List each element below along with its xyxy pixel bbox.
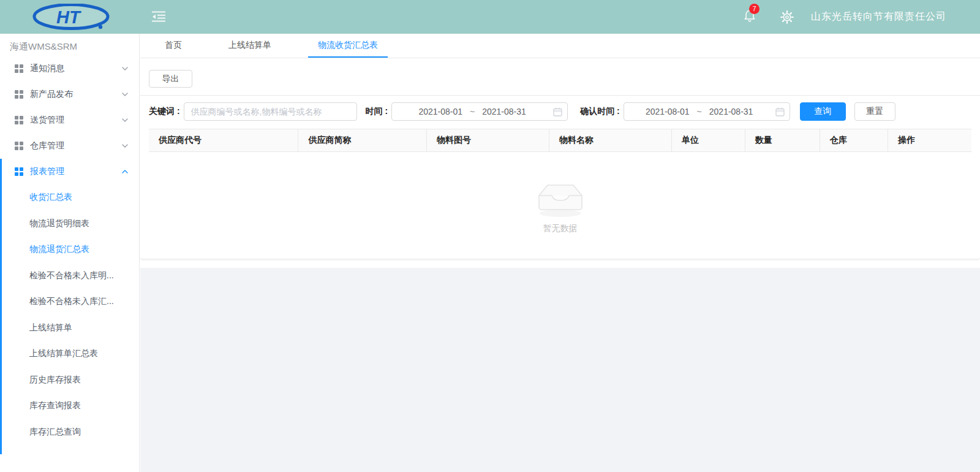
col-header-quantity: 数量 xyxy=(745,129,820,151)
time-label: 时间 : xyxy=(366,106,388,117)
col-header-operation: 操作 xyxy=(888,129,971,151)
reset-button[interactable]: 重置 xyxy=(854,102,895,121)
grid-icon xyxy=(15,90,23,99)
sidebar-menu: 通知消息新产品发布送货管理仓库管理报表管理收货汇总表物流退货明细表物流退货汇总表… xyxy=(0,56,139,445)
grid-icon xyxy=(15,167,23,176)
settings-button[interactable] xyxy=(780,10,794,24)
empty-text: 暂无数据 xyxy=(543,223,578,234)
confirm-end-value: 2021-08-31 xyxy=(709,107,753,116)
range-separator: ~ xyxy=(697,107,702,116)
empty-box-icon xyxy=(532,177,589,218)
sidebar-collapse-button[interactable] xyxy=(152,11,165,25)
keyword-label: 关键词 : xyxy=(149,106,180,117)
tab-online-settlement[interactable]: 上线结算单 xyxy=(219,34,281,58)
sidebar-subitem-logistics-return-summary[interactable]: 物流退货汇总表 xyxy=(0,237,139,263)
tab-home[interactable]: 首页 xyxy=(155,34,192,58)
sidebar-item-label: 通知消息 xyxy=(30,63,122,74)
calendar-icon xyxy=(553,107,562,116)
company-name: 山东光岳转向节有限责任公司 xyxy=(811,10,946,23)
gear-icon xyxy=(780,10,794,24)
col-header-warehouse: 仓库 xyxy=(820,129,888,151)
time-range-picker[interactable]: 2021-08-01 ~ 2021-08-31 xyxy=(391,102,568,121)
tab-logistics-receiving-summary[interactable]: 物流收货汇总表 xyxy=(308,34,388,58)
toolbar-divider xyxy=(140,95,980,96)
active-section-indicator xyxy=(0,159,2,454)
empty-state: 暂无数据 xyxy=(149,177,971,234)
logo-icon: HT xyxy=(32,4,113,31)
confirm-time-label: 确认时间 : xyxy=(580,106,620,117)
header-actions: 7 山东光岳转向节有限责任公司 xyxy=(744,0,946,34)
sidebar-item-label: 仓库管理 xyxy=(30,140,122,151)
chevron-down-icon xyxy=(122,67,128,70)
chevron-up-icon xyxy=(122,170,128,173)
notification-badge: 7 xyxy=(749,4,760,14)
col-header-supplier-short-name: 供应商简称 xyxy=(298,129,427,151)
sidebar-item-label: 送货管理 xyxy=(30,115,122,126)
export-button[interactable]: 导出 xyxy=(149,70,192,88)
calendar-icon xyxy=(775,107,785,116)
sidebar-submenu: 收货汇总表物流退货明细表物流退货汇总表检验不合格未入库明...检验不合格未入库汇… xyxy=(0,185,139,445)
sidebar-subitem-logistics-return-detail[interactable]: 物流退货明细表 xyxy=(0,211,139,237)
svg-text:HT: HT xyxy=(56,7,81,27)
col-header-supplier-code: 供应商代号 xyxy=(149,129,298,151)
sidebar-item-warehouse-mgmt[interactable]: 仓库管理 xyxy=(0,133,139,159)
filter-bar: 关键词 : 时间 : 2021-08-01 ~ 2021-08-31 确认时间 … xyxy=(149,102,971,121)
tab-bar: 首页上线结算单物流收货汇总表 xyxy=(140,34,980,58)
sidebar-subitem-inventory-query-report[interactable]: 库存查询报表 xyxy=(0,393,139,419)
sidebar-item-new-product[interactable]: 新产品发布 xyxy=(0,82,139,107)
confirm-start-value: 2021-08-01 xyxy=(646,107,690,116)
grid-icon xyxy=(15,142,23,150)
col-header-material-drawing-no: 物料图号 xyxy=(427,129,549,151)
time-end-value: 2021-08-31 xyxy=(482,107,526,116)
sidebar-item-label: 报表管理 xyxy=(30,166,122,177)
grid-icon xyxy=(15,64,23,73)
chevron-down-icon xyxy=(122,118,128,122)
table-header-row: 供应商代号供应商简称物料图号物料名称单位数量仓库操作 xyxy=(149,129,971,152)
keyword-input[interactable] xyxy=(184,102,357,121)
grid-icon xyxy=(15,116,23,124)
sidebar-subitem-inspect-fail-unstored-detail[interactable]: 检验不合格未入库明... xyxy=(0,263,139,289)
sidebar-subitem-history-inventory-report[interactable]: 历史库存报表 xyxy=(0,367,139,394)
col-header-material-name: 物料名称 xyxy=(549,129,672,151)
sidebar-subitem-inspect-fail-unstored-summary[interactable]: 检验不合格未入库汇... xyxy=(0,289,139,315)
sidebar-subitem-inventory-summary-query[interactable]: 库存汇总查询 xyxy=(0,419,139,446)
sidebar-item-notifications[interactable]: 通知消息 xyxy=(0,56,139,82)
chevron-down-icon xyxy=(122,144,128,148)
app-header: HT 7 xyxy=(0,0,980,34)
confirm-time-range-picker[interactable]: 2021-08-01 ~ 2021-08-31 xyxy=(624,102,790,121)
sidebar: 海通WMS&SRM 通知消息新产品发布送货管理仓库管理报表管理收货汇总表物流退货… xyxy=(0,34,140,472)
sidebar-item-label: 新产品发布 xyxy=(30,89,122,100)
search-button[interactable]: 查询 xyxy=(800,102,846,121)
sidebar-subitem-receiving-summary[interactable]: 收货汇总表 xyxy=(0,185,139,211)
sidebar-subitem-online-settlement-summary[interactable]: 上线结算单汇总表 xyxy=(0,341,139,367)
background-area xyxy=(140,268,980,472)
range-separator: ~ xyxy=(470,107,475,116)
chevron-down-icon xyxy=(122,93,128,96)
app-title: 海通WMS&SRM xyxy=(0,34,139,56)
notifications-button[interactable]: 7 xyxy=(744,9,756,25)
menu-fold-icon xyxy=(152,11,165,22)
col-header-unit: 单位 xyxy=(672,129,745,151)
company-logo: HT xyxy=(32,4,113,33)
sidebar-subitem-online-settlement[interactable]: 上线结算单 xyxy=(0,315,139,341)
content-panel: 导出 关键词 : 时间 : 2021-08-01 ~ 2021-08-31 确认… xyxy=(140,58,980,259)
sidebar-item-report-mgmt[interactable]: 报表管理 xyxy=(0,159,139,185)
sidebar-item-delivery-mgmt[interactable]: 送货管理 xyxy=(0,107,139,133)
time-start-value: 2021-08-01 xyxy=(418,107,462,116)
